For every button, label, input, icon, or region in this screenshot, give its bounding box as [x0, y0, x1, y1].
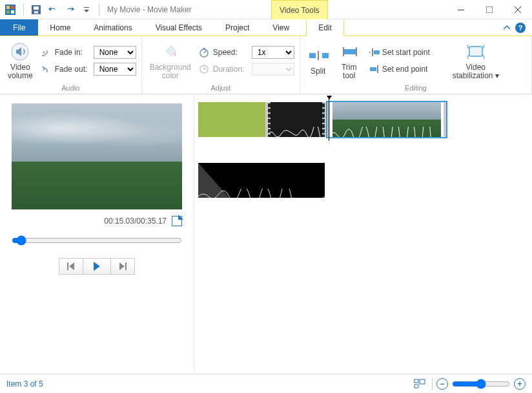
tab-view[interactable]: View: [261, 19, 301, 36]
tab-file[interactable]: File: [0, 19, 38, 36]
ribbon-tabs: File Home Animations Visual Effects Proj…: [0, 19, 532, 36]
prev-frame-button[interactable]: [59, 258, 83, 275]
svg-rect-28: [420, 379, 425, 384]
svg-rect-26: [125, 262, 127, 270]
undo-button[interactable]: [46, 3, 60, 17]
storyboard[interactable]: [194, 94, 532, 371]
speed-combo[interactable]: 1x: [252, 46, 294, 59]
tab-project[interactable]: Project: [214, 19, 261, 36]
video-stabilization-button[interactable]: Video stabilization ▾: [450, 40, 502, 81]
set-end-icon: [369, 64, 380, 74]
chevron-down-icon: ▾: [495, 71, 499, 80]
tab-edit[interactable]: Edit: [306, 20, 344, 36]
preview-video[interactable]: [12, 103, 182, 209]
clip-title[interactable]: [198, 102, 265, 137]
svg-rect-14: [309, 53, 316, 58]
playhead[interactable]: [329, 98, 329, 141]
svg-rect-19: [356, 47, 357, 56]
group-label: Editing: [305, 83, 526, 94]
svg-rect-18: [343, 47, 344, 56]
content-area: 00:15.03/00:35.17: [0, 94, 532, 371]
zoom-in-button[interactable]: +: [514, 378, 526, 390]
trim-tool-button[interactable]: Trim tool: [336, 40, 362, 81]
svg-rect-22: [370, 67, 376, 71]
maximize-button[interactable]: [475, 0, 504, 19]
separator: [432, 377, 433, 390]
clip-row-1: [198, 102, 528, 137]
context-tab-video-tools[interactable]: Video Tools: [271, 0, 328, 19]
window-title: My Movie - Movie Maker: [107, 5, 192, 14]
paint-bucket-icon: [160, 41, 181, 62]
tab-home[interactable]: Home: [38, 19, 82, 36]
label: Set start point: [382, 48, 430, 57]
zoom-slider[interactable]: [452, 379, 510, 389]
thumbnail-size-button[interactable]: [413, 377, 427, 391]
svg-rect-10: [486, 6, 493, 13]
play-button[interactable]: [83, 258, 110, 275]
svg-rect-25: [67, 262, 68, 270]
svg-rect-6: [34, 6, 39, 10]
svg-rect-24: [469, 47, 482, 56]
svg-rect-7: [34, 11, 38, 14]
fade-out-combo[interactable]: None: [94, 63, 136, 76]
svg-rect-3: [6, 10, 10, 14]
speaker-icon: [10, 41, 30, 62]
separator: [23, 4, 24, 16]
window-buttons: [447, 0, 532, 19]
next-frame-button[interactable]: [110, 258, 135, 275]
tab-visual-effects[interactable]: Visual Effects: [144, 19, 214, 36]
duration-label: Duration:: [213, 65, 248, 74]
speed-icon: [199, 47, 209, 58]
ribbon-collapse-button[interactable]: [504, 25, 510, 31]
close-button[interactable]: [504, 0, 532, 19]
quick-access-toolbar: [21, 3, 102, 17]
seek-bar[interactable]: [12, 235, 182, 248]
svg-rect-21: [372, 48, 373, 56]
ribbon: Video volume Fade in: None Fade out: Non…: [0, 36, 532, 94]
svg-rect-16: [318, 51, 319, 60]
split-button[interactable]: Split: [305, 44, 331, 77]
duration-icon: [199, 64, 209, 74]
fade-in-combo[interactable]: None: [94, 46, 136, 59]
group-editing: Split Trim tool Set start point Set end …: [300, 36, 532, 94]
label: Video stabilization ▾: [453, 63, 499, 80]
svg-rect-4: [11, 10, 14, 14]
svg-rect-29: [414, 385, 418, 388]
qat-customize-button[interactable]: [79, 3, 94, 17]
save-button[interactable]: [29, 3, 43, 17]
clip-1[interactable]: [265, 102, 327, 137]
timecode: 00:15.03/00:35.17: [104, 217, 167, 226]
play-icon: [94, 262, 100, 271]
status-text: Item 3 of 5: [6, 379, 43, 388]
title-bar: My Movie - Movie Maker Video Tools: [0, 0, 532, 19]
minimize-button[interactable]: [447, 0, 475, 19]
split-icon: [308, 45, 329, 66]
svg-rect-17: [344, 49, 356, 54]
fullscreen-button[interactable]: [172, 216, 182, 226]
seek-slider[interactable]: [12, 235, 182, 246]
set-start-point-button[interactable]: Set start point: [367, 46, 432, 59]
svg-rect-20: [374, 50, 380, 54]
label: Background color: [150, 63, 191, 80]
fade-out-label: Fade out:: [55, 65, 90, 74]
clip-3[interactable]: [198, 163, 325, 198]
label: Trim tool: [342, 63, 357, 80]
speed-label: Speed:: [213, 48, 248, 57]
label: Video volume: [8, 63, 33, 80]
group-label: Adjust: [147, 83, 294, 94]
fade-in-label: Fade in:: [55, 48, 90, 57]
help-button[interactable]: ?: [515, 23, 526, 33]
fade-in-icon: [41, 48, 51, 57]
set-end-point-button[interactable]: Set end point: [367, 63, 432, 76]
audio-waveform: [268, 127, 327, 137]
zoom-out-button[interactable]: −: [436, 378, 448, 390]
clip-2[interactable]: [327, 102, 446, 137]
tab-animations[interactable]: Animations: [82, 19, 143, 36]
svg-rect-15: [322, 53, 329, 58]
svg-rect-1: [6, 6, 10, 9]
zoom-controls: − +: [436, 378, 526, 390]
timecode-row: 00:15.03/00:35.17: [12, 216, 182, 226]
redo-button[interactable]: [63, 3, 77, 17]
video-volume-button[interactable]: Video volume: [5, 40, 36, 81]
label: Set end point: [382, 65, 428, 74]
